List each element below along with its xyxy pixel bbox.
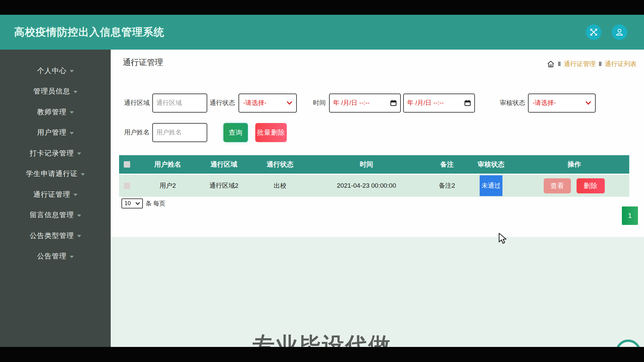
pagination: 10 条 每页 <box>121 198 165 208</box>
select-all-checkbox[interactable] <box>124 161 130 168</box>
table-row: 用户2 通行区域2 出校 2021-04-23 00:00:00 备注2 未通过… <box>119 175 629 197</box>
time-end-input[interactable]: 年 /月/日 --:-- <box>403 94 475 113</box>
datetime-placeholder: 年 /月/日 --:-- <box>333 99 370 107</box>
breadcrumb-pass-list-link[interactable]: 通行证列表 <box>605 60 637 68</box>
fullscreen-icon <box>590 28 598 36</box>
sidebar-item-pass-mgmt[interactable]: 通行证管理 <box>0 184 111 205</box>
chevron-down-icon <box>73 91 77 93</box>
select-all-cell <box>119 161 146 168</box>
table-header-row: 用户姓名 通行区域 通行状态 时间 备注 审核状态 操作 <box>119 155 629 174</box>
chevron-down-icon <box>70 70 74 72</box>
home-icon[interactable] <box>547 60 555 68</box>
pass-status-label: 通行状态 <box>210 99 235 107</box>
sidebar-item-label: 留言信息管理 <box>30 210 74 220</box>
calendar-icon <box>464 100 471 106</box>
col-header-username: 用户姓名 <box>146 160 190 169</box>
area-input[interactable] <box>152 94 207 113</box>
row-pass-status: 出校 <box>258 181 302 190</box>
fullscreen-button[interactable] <box>586 24 601 40</box>
sidebar-item-label: 公告类型管理 <box>30 231 74 240</box>
pass-table: 用户姓名 通行区域 通行状态 时间 备注 审核状态 操作 用户2 通行区域2 出… <box>119 155 629 197</box>
row-checkbox[interactable] <box>124 183 130 189</box>
audit-status-badge: 未通过 <box>480 175 502 196</box>
filter-row-2: 用户姓名 查询 批量删除 <box>124 123 287 142</box>
username-label: 用户姓名 <box>124 128 150 137</box>
row-area: 通行区域2 <box>190 181 258 190</box>
chevron-down-icon <box>77 153 81 155</box>
sidebar-item-message-mgmt[interactable]: 留言信息管理 <box>0 205 111 226</box>
chevron-down-icon <box>77 235 81 237</box>
row-time: 2021-04-23 00:00:00 <box>302 182 431 189</box>
time-label: 时间 <box>313 99 326 107</box>
sidebar-item-notice-type-mgmt[interactable]: 公告类型管理 <box>0 225 111 246</box>
view-button[interactable]: 查看 <box>544 178 571 193</box>
audit-status-label: 审核状态 <box>500 99 525 107</box>
chevron-down-icon <box>81 173 85 176</box>
page-number-button[interactable]: 1 <box>622 206 638 225</box>
app-header: 高校疫情防控出入信息管理系统 <box>0 15 644 50</box>
col-header-actions: 操作 <box>519 160 629 169</box>
chevron-down-icon <box>136 202 140 205</box>
row-select-cell <box>119 183 146 189</box>
main-content: 通行证管理 ‖ 通行证管理 ‖ 通行证列表 通行区域 通行状态 -请选择- 时间… <box>111 50 644 347</box>
sidebar: 个人中心 管理员信息 教师管理 用户管理 打卡记录管理 学生申请通行证 通行证管… <box>0 50 111 347</box>
time-start-input[interactable]: 年 /月/日 --:-- <box>329 94 401 113</box>
breadcrumb-separator: ‖ <box>599 61 602 68</box>
sidebar-item-label: 通行证管理 <box>34 190 70 199</box>
sidebar-item-user-mgmt[interactable]: 用户管理 <box>0 122 111 143</box>
calendar-icon <box>390 100 397 106</box>
sidebar-item-notice-mgmt[interactable]: 公告管理 <box>0 246 111 267</box>
audit-status-select[interactable]: -请选择- <box>528 94 596 113</box>
col-header-pass-status: 通行状态 <box>258 160 302 169</box>
sidebar-item-label: 打卡记录管理 <box>30 148 74 158</box>
sidebar-item-teacher-mgmt[interactable]: 教师管理 <box>0 102 111 122</box>
sidebar-item-label: 学生申请通行证 <box>26 169 78 178</box>
page-size-select[interactable]: 10 <box>121 198 143 208</box>
search-button[interactable]: 查询 <box>223 123 248 142</box>
letterbox-bottom <box>0 347 644 362</box>
breadcrumb-pass-mgmt-link[interactable]: 通行证管理 <box>564 60 596 68</box>
sidebar-item-checkin-records[interactable]: 打卡记录管理 <box>0 143 111 164</box>
mouse-cursor <box>498 233 508 245</box>
page-title: 通行证管理 <box>123 57 163 68</box>
letterbox-top <box>0 0 644 15</box>
username-input[interactable] <box>152 123 207 142</box>
sidebar-item-label: 用户管理 <box>37 128 67 137</box>
datetime-placeholder: 年 /月/日 --:-- <box>407 99 444 107</box>
breadcrumb-separator: ‖ <box>558 61 561 68</box>
chevron-down-icon <box>70 132 74 134</box>
app-title: 高校疫情防控出入信息管理系统 <box>14 25 164 39</box>
sidebar-menu: 个人中心 管理员信息 教师管理 用户管理 打卡记录管理 学生申请通行证 通行证管… <box>0 50 111 266</box>
sidebar-item-label: 个人中心 <box>37 66 67 75</box>
sidebar-item-admin-info[interactable]: 管理员信息 <box>0 81 111 102</box>
breadcrumb: ‖ 通行证管理 ‖ 通行证列表 <box>547 60 637 68</box>
page-size-suffix: 条 每页 <box>146 199 165 207</box>
col-header-remark: 备注 <box>431 160 463 169</box>
pass-status-select[interactable]: -请选择- <box>238 94 297 113</box>
chevron-down-icon <box>77 215 81 217</box>
sidebar-item-label: 教师管理 <box>37 107 67 117</box>
col-header-time: 时间 <box>302 160 431 169</box>
sidebar-item-label: 公告管理 <box>37 251 67 261</box>
audit-status-value: -请选择- <box>533 99 556 107</box>
chevron-down-icon <box>70 256 74 258</box>
chevron-down-icon <box>586 101 591 105</box>
sidebar-item-personal-center[interactable]: 个人中心 <box>0 60 111 81</box>
chevron-down-icon <box>73 194 77 196</box>
filter-row-1: 通行区域 通行状态 -请选择- 时间 年 /月/日 --:-- 年 /月/日 -… <box>124 93 596 113</box>
chevron-down-icon <box>287 101 292 105</box>
chevron-down-icon <box>70 111 74 114</box>
sidebar-item-student-pass-apply[interactable]: 学生申请通行证 <box>0 164 111 184</box>
header-actions <box>586 24 627 40</box>
batch-delete-button[interactable]: 批量删除 <box>255 123 287 142</box>
col-header-audit-status: 审核状态 <box>463 160 519 169</box>
user-icon <box>615 28 624 37</box>
user-profile-button[interactable] <box>612 24 627 40</box>
row-audit-status-cell: 未通过 <box>463 175 519 196</box>
delete-button[interactable]: 删除 <box>577 178 605 193</box>
sidebar-item-label: 管理员信息 <box>34 86 70 96</box>
row-remark: 备注2 <box>431 181 463 190</box>
pass-status-value: -请选择- <box>243 99 267 107</box>
page-size-value: 10 <box>124 200 131 207</box>
content-panel <box>111 50 644 237</box>
